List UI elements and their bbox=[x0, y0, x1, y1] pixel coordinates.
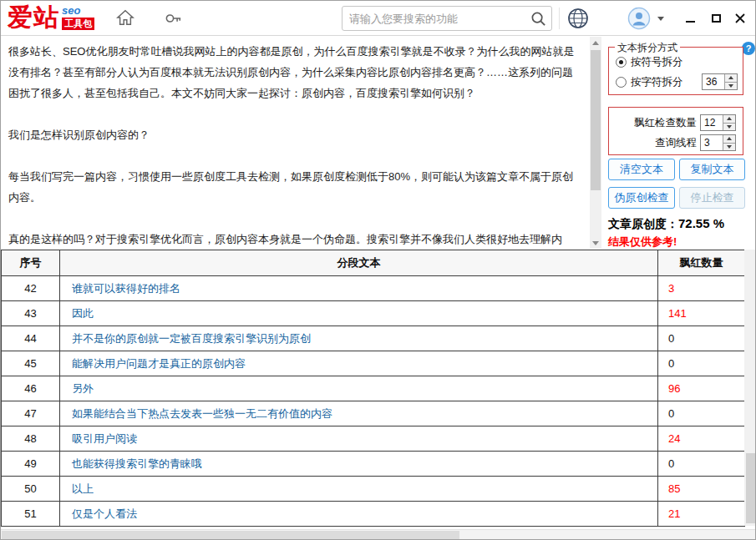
scroll-down-icon[interactable] bbox=[590, 237, 601, 249]
red-count: 96 bbox=[658, 376, 745, 401]
column-header-red-count: 飘红数量 bbox=[658, 250, 745, 276]
check-options-group: 飘红检查数量 查询线程 bbox=[608, 107, 743, 155]
column-header-no: 序号 bbox=[2, 250, 60, 276]
segment-text: 如果能结合当下热点去发表一些独一无二有价值的内容 bbox=[60, 401, 658, 426]
editor-scrollbar-thumb[interactable] bbox=[591, 50, 601, 190]
split-method-group: 文本拆分方式 按符号拆分 按字符拆分 bbox=[608, 47, 743, 95]
table-scrollbar-thumb[interactable] bbox=[746, 453, 755, 523]
logo-text-toolkit: 工具包 bbox=[62, 18, 94, 30]
home-icon[interactable] bbox=[116, 9, 134, 26]
stop-check-button[interactable]: 停止检查 bbox=[679, 187, 745, 209]
key-icon[interactable] bbox=[165, 10, 183, 27]
logo-text-seo: seo bbox=[62, 5, 94, 16]
segment-text: 吸引用户阅读 bbox=[60, 426, 658, 452]
red-count: 0 bbox=[658, 401, 745, 426]
red-count: 0 bbox=[658, 351, 745, 376]
red-check-up-icon[interactable] bbox=[723, 115, 735, 123]
red-count: 3 bbox=[658, 276, 745, 301]
close-icon bbox=[735, 13, 745, 23]
close-button[interactable] bbox=[731, 11, 749, 26]
segment-text: 能解决用户问题才是真正的原创内容 bbox=[60, 351, 658, 376]
table-row[interactable]: 43 因此 141 bbox=[2, 301, 745, 326]
app-logo: 爱站 seo 工具包 bbox=[8, 3, 94, 32]
char-count-up-icon[interactable] bbox=[725, 74, 737, 82]
table-row[interactable]: 47 如果能结合当下热点去发表一些独一无二有价值的内容 0 bbox=[2, 401, 745, 426]
char-count-stepper bbox=[702, 73, 738, 90]
red-count: 85 bbox=[658, 477, 745, 502]
copy-text-button[interactable]: 复制文本 bbox=[679, 159, 745, 180]
titlebar: 爱站 seo 工具包 bbox=[1, 1, 755, 36]
column-header-segment-text: 分段文本 bbox=[60, 250, 658, 276]
user-avatar-icon[interactable] bbox=[627, 7, 651, 30]
search-icon[interactable] bbox=[525, 7, 551, 30]
table-row[interactable]: 44 并不是你的原创就一定被百度搜索引擎识别为原创 0 bbox=[2, 326, 745, 351]
char-count-input[interactable] bbox=[703, 74, 724, 89]
threads-up-icon[interactable] bbox=[723, 135, 735, 143]
segment-text: 另外 bbox=[60, 376, 658, 401]
article-editor: 很多站长、SEO优化朋友时常吐槽说我网站上的内容都是原创，为什么百度搜索引擎就是… bbox=[2, 37, 590, 249]
originality-label: 文章原创度： bbox=[608, 217, 678, 230]
table-row[interactable]: 50 以上 85 bbox=[2, 477, 745, 502]
help-icon[interactable]: ? bbox=[742, 42, 755, 55]
threads-row: 查询线程 bbox=[614, 134, 736, 151]
maximize-button[interactable] bbox=[707, 11, 725, 26]
horizontal-scrollbar[interactable] bbox=[1, 529, 755, 540]
search-input[interactable] bbox=[342, 13, 525, 25]
table-row[interactable]: 48 吸引用户阅读 24 bbox=[2, 426, 745, 452]
red-check-stepper bbox=[700, 114, 736, 131]
table-scrollbar[interactable] bbox=[744, 250, 756, 526]
char-count-down-icon[interactable] bbox=[725, 82, 737, 90]
row-number: 46 bbox=[2, 376, 60, 401]
titlebar-divider bbox=[559, 8, 560, 29]
row-number: 51 bbox=[2, 502, 60, 527]
red-count: 141 bbox=[658, 301, 745, 326]
table-row[interactable]: 42 谁就可以获得好的排名 3 bbox=[2, 276, 745, 301]
check-originality-button[interactable]: 伪原创检查 bbox=[608, 187, 675, 209]
segment-table: 序号 分段文本 飘红数量 42 谁就可以获得好的排名 3 43 因此 141 4… bbox=[1, 250, 745, 527]
user-menu-caret-icon[interactable] bbox=[657, 17, 664, 21]
originality-result: 文章原创度：72.55 % bbox=[608, 216, 724, 232]
minimize-button[interactable] bbox=[681, 11, 699, 26]
segment-text: 并不是你的原创就一定被百度搜索引擎识别为原创 bbox=[60, 326, 658, 351]
horizontal-scrollbar-thumb[interactable] bbox=[2, 531, 459, 540]
row-number: 43 bbox=[2, 301, 60, 326]
threads-input[interactable] bbox=[701, 135, 723, 150]
segment-text: 仅是个人看法 bbox=[60, 502, 658, 527]
originality-value: 72.55 % bbox=[678, 216, 724, 230]
logo-secondary: seo 工具包 bbox=[62, 5, 94, 30]
radio-by-char[interactable] bbox=[616, 77, 627, 88]
table-header-row: 序号 分段文本 飘红数量 bbox=[2, 250, 745, 276]
minimize-icon bbox=[686, 21, 695, 23]
table-row[interactable]: 45 能解决用户问题才是真正的原创内容 0 bbox=[2, 351, 745, 376]
radio-by-symbol[interactable] bbox=[616, 57, 627, 68]
segment-text: 以上 bbox=[60, 477, 658, 502]
red-check-input[interactable] bbox=[701, 115, 723, 130]
table-row[interactable]: 49 也能获得搜索引擎的青睐哦 0 bbox=[2, 452, 745, 477]
radio-by-symbol-label: 按符号拆分 bbox=[631, 55, 683, 69]
split-by-char-option: 按字符拆分 bbox=[616, 73, 738, 90]
radio-by-char-label: 按字符拆分 bbox=[631, 75, 683, 89]
red-check-down-icon[interactable] bbox=[723, 123, 735, 131]
row-number: 49 bbox=[2, 452, 60, 477]
clear-text-button[interactable]: 清空文本 bbox=[608, 159, 675, 180]
red-check-label: 飘红检查数量 bbox=[634, 116, 697, 130]
segment-text: 因此 bbox=[60, 301, 658, 326]
segment-text: 也能获得搜索引擎的青睐哦 bbox=[60, 452, 658, 477]
result-disclaimer: 结果仅供参考! bbox=[608, 235, 677, 250]
threads-label: 查询线程 bbox=[655, 136, 697, 150]
article-textarea[interactable]: 很多站长、SEO优化朋友时常吐槽说我网站上的内容都是原创，为什么百度搜索引擎就是… bbox=[2, 37, 590, 249]
search-box bbox=[342, 6, 552, 31]
row-number: 45 bbox=[2, 351, 60, 376]
scroll-up-icon[interactable] bbox=[590, 37, 601, 48]
maximize-icon bbox=[712, 14, 721, 23]
threads-down-icon[interactable] bbox=[723, 143, 735, 151]
table-row[interactable]: 46 另外 96 bbox=[2, 376, 745, 401]
threads-stepper bbox=[700, 134, 736, 151]
editor-scrollbar[interactable] bbox=[590, 37, 601, 249]
split-by-symbol-option: 按符号拆分 bbox=[616, 55, 738, 69]
segment-table-body: 42 谁就可以获得好的排名 3 43 因此 141 44 并不是你的原创就一定被… bbox=[2, 276, 745, 527]
row-number: 50 bbox=[2, 477, 60, 502]
table-row[interactable]: 51 仅是个人看法 21 bbox=[2, 502, 745, 527]
globe-icon[interactable] bbox=[567, 8, 589, 29]
settings-panel: ? 文本拆分方式 按符号拆分 按字符拆分 飘红 bbox=[604, 37, 756, 249]
